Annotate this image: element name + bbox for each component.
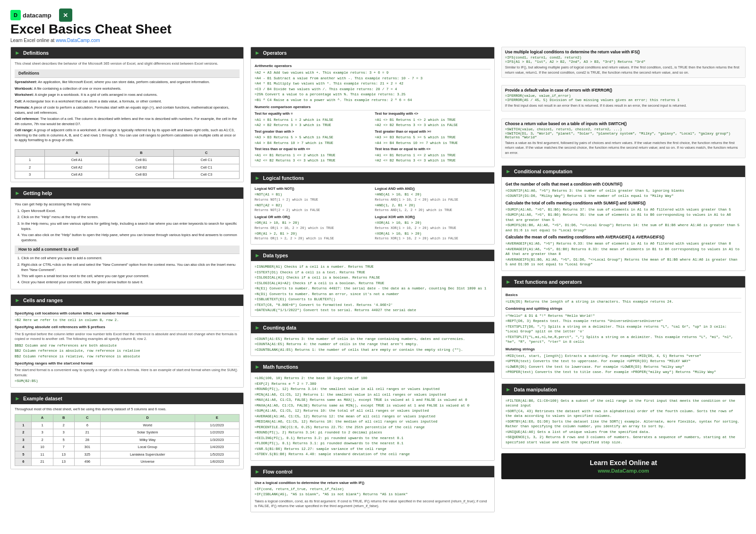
eq-1: =A1 = B1 Returns 1 = 2 which is FALSE xyxy=(255,118,370,123)
excel-badge: ✕ xyxy=(59,8,72,22)
operators-section: ► Operators Arithmetic operators =A2 + A… xyxy=(250,47,495,167)
definitions-title: Definitions xyxy=(23,50,49,56)
logical-header: ► Logical functions xyxy=(251,172,494,184)
counting-body: =COUNT(A1:E5) Returns 3: the number of c… xyxy=(251,333,494,356)
flow-control-section: ► Flow control Use a logical condition t… xyxy=(250,466,495,512)
operators-header: ► Operators xyxy=(251,47,494,59)
abs-formula-1: $B$2 Column and row references are both … xyxy=(15,343,240,348)
cond-comp-header: ► Conditional computation xyxy=(502,166,745,177)
arrow-icon: ► xyxy=(15,395,20,402)
gteq-1: =A3 >= B3 Returns 5 >= 5 which is TRUE xyxy=(375,135,490,140)
datacamp-logo: D datacamp xyxy=(10,10,52,20)
math-section: ► Math functions =LOG(100, 10) Returns 2… xyxy=(250,361,495,461)
cell-loc-title: Specifying cell locations with column le… xyxy=(15,311,240,317)
iferror-desc: If the first input does not result in an… xyxy=(505,103,742,109)
lteq-2: =A2 <= B2 Returns 3 <= 3 which is TRUE xyxy=(255,158,370,163)
right-column: Use multiple logical conditions to deter… xyxy=(501,47,746,526)
abs-ref-title: Specifying absolute cell references with… xyxy=(15,324,240,331)
definitions-body: This cheat sheet describes the behavior … xyxy=(11,59,243,182)
or-title: Logical OR with OR() xyxy=(255,215,370,220)
subtitle-url[interactable]: www.DataCamp.com xyxy=(56,38,100,43)
gt-2: =A4 > B4 Returns 10 > 7 which is TRUE xyxy=(255,141,370,146)
logical-left: Logical NOT with NOT() =NOT(A1 = B1) Ret… xyxy=(255,186,370,241)
numeric-title: Numeric comparison operators xyxy=(255,104,490,110)
data-manip-title: Data manipulation xyxy=(514,387,557,392)
table-row: 4107301Local Group1/4/2023 xyxy=(15,444,240,451)
data-types-title: Data types xyxy=(263,253,288,258)
neq-title: Test for inequality with <> xyxy=(375,111,490,117)
gteq-title: Test greater than or equal with >= xyxy=(375,129,490,135)
arith-5: =25% Convert a value to a percentage wit… xyxy=(255,92,490,97)
list-item: Click on the "Help" menu at the top of t… xyxy=(21,214,240,220)
sample-table: A B C 1Cell A1Cell B1Cell C1 2Cell A2Cel… xyxy=(15,149,240,179)
help-steps: Open Microsoft Excel. Click on the "Help… xyxy=(15,208,240,243)
math-title: Math functions xyxy=(263,364,299,370)
flow-control-title: Flow control xyxy=(263,469,292,475)
iferror-section: Provide a default value in case of error… xyxy=(501,85,746,111)
ifs-desc: Similar to IF(), but allowing multiple p… xyxy=(505,65,742,75)
xor-title: Logical XOR with XOR() xyxy=(375,215,490,220)
data-manip-body: =FILTER(A1:B6, C1:C6<100) Gets a subset … xyxy=(502,395,745,449)
text-functions-body: Basics =LEN(D5) Returns the length of a … xyxy=(502,288,745,378)
table-row: 1126World1/1/2023 xyxy=(15,422,240,429)
counting-section: ► Counting data =COUNT(A1:E5) Returns 3:… xyxy=(250,322,495,356)
def-items: Spreadsheet: An application, like Micros… xyxy=(15,78,240,146)
not-title: Logical NOT with NOT() xyxy=(255,186,370,192)
def-item-cellref: Cell reference: The location of a cell. … xyxy=(15,117,240,127)
ifs-title: Use multiple logical conditions to deter… xyxy=(505,50,742,54)
arrow-icon: ► xyxy=(15,50,20,56)
definitions-header: ► Definitions xyxy=(11,47,243,59)
content-columns: ► Definitions This cheat sheet describes… xyxy=(10,47,746,526)
lteq-1: =A1 <= B1 Returns 1 <= 2 which is TRUE xyxy=(255,153,370,158)
text-functions-title: Text functions and operators xyxy=(514,279,582,285)
comment-steps: Click on the cell where you want to add … xyxy=(15,255,240,285)
logical-body: Logical NOT with NOT() =NOT(A1 = B1) Ret… xyxy=(251,184,494,244)
def-item-cell: Cell: A rectangular box in a worksheet t… xyxy=(15,99,240,104)
switch-desc: Takes a value as its first argument, fol… xyxy=(505,141,742,156)
flow-control-body: Use a logical condition to determine the… xyxy=(251,477,494,512)
avgif-title: Calculate the mean of cells meeting cond… xyxy=(506,235,741,240)
table-row: 51113325Laniakea Supercluster1/5/2023 xyxy=(15,451,240,458)
table-row: 1Cell A1Cell B1Cell C1 xyxy=(15,157,240,164)
lteq2-2: =A2 <= B2 Returns 3 <= 3 which is TRUE xyxy=(375,158,490,163)
arrow-icon: ► xyxy=(15,190,20,196)
gt-title: Test greater than with > xyxy=(255,129,370,135)
footer-url: www.DataCamp.com xyxy=(509,468,738,474)
table-header-c: C xyxy=(174,149,240,157)
cell-loc-formula: =B2 Here we refer to the cell in column … xyxy=(15,318,240,323)
table-row: 62113496Universe1/6/2023 xyxy=(15,458,240,466)
logo-text: datacamp xyxy=(23,12,52,19)
arith-1: =A2 + A3 Add two values with +. This exa… xyxy=(255,70,490,76)
combining-title: Combining and splitting strings xyxy=(506,306,741,312)
if-title: Use a logical condition to determine the… xyxy=(255,480,490,485)
getting-help-title: Getting help xyxy=(23,190,52,196)
arithmetic-title: Arithmetic operators xyxy=(255,63,490,69)
logical-section: ► Logical functions Logical NOT with NOT… xyxy=(250,172,495,245)
logical-right: Logical AND with AND() =AND(A1 > 10, B1 … xyxy=(375,186,490,241)
middle-column: ► Operators Arithmetic operators =A2 + A… xyxy=(250,47,495,526)
arith-3: =A4 * B1 Multiply two values with *. Thi… xyxy=(255,81,490,86)
left-column: ► Definitions This cheat sheet describes… xyxy=(10,47,244,526)
neq-1: =A1 <> B1 Returns 1 <> 2 which is TRUE xyxy=(375,118,490,123)
sumif-title: Calculate the total of cells meeting con… xyxy=(506,201,741,206)
table-row: 23321Solar System1/2/2023 xyxy=(15,429,240,437)
logical-grid: Logical NOT with NOT() =NOT(A1 = B1) Ret… xyxy=(255,186,490,241)
table-row: 3Cell A3Cell B3Cell C3 xyxy=(15,171,240,179)
example-dataset-title: Example dataset xyxy=(23,396,62,401)
arrow-icon: ► xyxy=(255,50,260,56)
dataset-table: A B C D E 1126World1/1/2023 23321Solar S… xyxy=(15,414,240,466)
range-desc: The start:end format is a convenient way… xyxy=(15,368,240,378)
data-types-section: ► Data types =ISNUMBER(A1) Checks if a c… xyxy=(250,249,495,317)
operators-body: Arithmetic operators =A2 + A3 Add two va… xyxy=(251,59,494,167)
table-row: A B C D E xyxy=(15,415,240,422)
arith-4: =C3 / B4 Divide two values with /. This … xyxy=(255,87,490,92)
numeric-eq-col: Test for equality with = =A1 = B1 Return… xyxy=(255,111,370,164)
arrow-icon: ► xyxy=(255,364,260,370)
table-row: 32528Milky Way1/3/2023 xyxy=(15,436,240,444)
flow-control-header: ► Flow control xyxy=(251,466,494,477)
list-item: Right-click or CTRL+click on the cell an… xyxy=(21,262,240,273)
arrow-icon: ► xyxy=(506,279,511,285)
counting-title: Counting data xyxy=(263,325,297,331)
neq-2: =A2 <> B2 Returns 3 <> 3 which is FALSE xyxy=(375,123,490,128)
list-item: You can also click on the "Help" button … xyxy=(21,232,240,243)
